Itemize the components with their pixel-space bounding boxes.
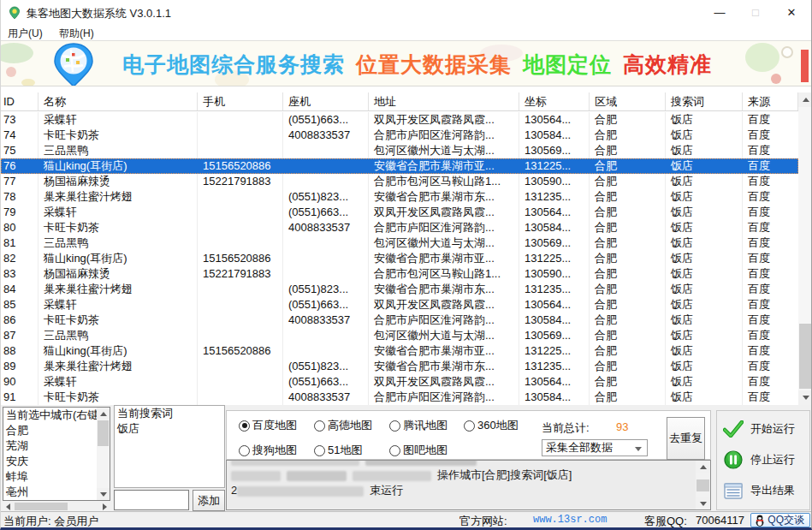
table-cell: 安徽省合肥市巢湖市亚... (369, 251, 519, 266)
city-list-item[interactable]: 芜湖 (3, 438, 110, 454)
table-cell: 双凤开发区凤霞路凤霞... (369, 205, 519, 220)
bottom-panel: 当前选中城市(右键) 合肥芜湖安庆蚌埠亳州 当前搜索词 饭店 添加 百度地图高德… (1, 405, 812, 511)
table-cell: 饭店 (666, 112, 743, 128)
maximize-button[interactable]: □ (738, 0, 773, 25)
banner-slogan: 地图定位 (523, 52, 612, 76)
table-row[interactable]: 89巢来巢往蜜汁烤翅(0551)823...安徽省合肥市巢湖市东...13123… (1, 359, 798, 374)
table-cell (283, 174, 369, 189)
table-row[interactable]: 83杨国福麻辣烫15221791883合肥市包河区马鞍山路1...130590.… (1, 266, 798, 282)
table-row[interactable]: 88猫山king(耳街店)15156520886安徽省合肥市巢湖市亚...131… (1, 343, 798, 359)
table-cell (198, 297, 283, 313)
table-cell: 卡旺卡奶茶 (39, 220, 198, 235)
column-header[interactable]: ID (1, 92, 39, 110)
log-area[interactable]: 操作城市[合肥]搜索词[饭店] 2束运行 (226, 460, 711, 510)
current-user: 当前用户: 会员用户 (3, 514, 98, 529)
column-header[interactable]: 名称 (39, 92, 198, 110)
city-list-hscrollbar[interactable] (3, 502, 110, 511)
scroll-up-icon[interactable] (798, 92, 812, 107)
city-list-item[interactable]: 亳州 (3, 485, 110, 500)
table-cell: 百度 (743, 266, 798, 282)
column-header[interactable]: 来源 (743, 92, 798, 110)
table-row[interactable]: 75三品黑鸭包河区徽州大道与太湖...130569...合肥饭店百度 (1, 143, 798, 158)
keyword-listbox[interactable]: 当前搜索词 饭店 (114, 405, 225, 488)
qq-chat-label: QQ交谈 (768, 513, 804, 527)
map-option[interactable]: 图吧地图 (389, 443, 464, 458)
table-row[interactable]: 77杨国福麻辣烫15221791883合肥市包河区马鞍山路1...130590.… (1, 174, 798, 189)
table-cell: 88 (1, 343, 39, 359)
banner-decor (6, 67, 16, 77)
table-cell: 80 (1, 220, 39, 235)
table-cell: 79 (1, 205, 39, 220)
table-row[interactable]: 81三品黑鸭包河区徽州大道与太湖...130569...合肥饭店百度 (1, 235, 798, 251)
table-scrollbar[interactable] (798, 92, 812, 405)
scroll-left-icon[interactable] (3, 502, 14, 511)
map-option[interactable]: 高德地图 (314, 418, 389, 433)
scroll-up-icon[interactable] (97, 408, 110, 420)
table-cell: 饭店 (666, 235, 743, 251)
log-scrollbar[interactable] (696, 461, 710, 509)
start-run-button[interactable]: 开始运行 (722, 416, 808, 442)
scroll-right-icon[interactable] (99, 502, 110, 511)
collect-mode-dropdown[interactable]: 采集全部数据 (542, 439, 648, 456)
map-option[interactable]: 百度地图 (239, 418, 314, 433)
table-row[interactable]: 80卡旺卡奶茶4008833537合肥市庐阳区淮河路韵...130584...合… (1, 220, 798, 235)
column-header[interactable]: 座机 (283, 92, 369, 110)
map-option[interactable]: 360地图 (464, 418, 541, 433)
city-list-item[interactable]: 合肥 (3, 423, 110, 438)
table-cell: 饭店 (666, 205, 743, 220)
city-list-scrollbar[interactable] (97, 408, 110, 500)
table-cell: 饭店 (666, 174, 743, 189)
table-cell: 合肥市包河区马鞍山路1... (369, 266, 519, 282)
column-header[interactable]: 手机 (198, 92, 283, 110)
map-option[interactable]: 51地图 (314, 443, 389, 458)
map-option[interactable]: 搜狗地图 (239, 443, 314, 458)
table-row[interactable]: 82猫山king(耳街店)15156520886安徽省合肥市巢湖市亚...131… (1, 251, 798, 266)
city-list-item[interactable]: 安庆 (3, 454, 110, 469)
minimize-button[interactable]: — (702, 0, 738, 25)
city-list-item[interactable]: 蚌埠 (3, 469, 110, 485)
scroll-down-icon[interactable] (97, 488, 110, 500)
table-row[interactable]: 87三品黑鸭包河区徽州大道与太湖...130569...合肥饭店百度 (1, 328, 798, 343)
table-row[interactable]: 84巢来巢往蜜汁烤翅(0551)823...安徽省合肥市巢湖市东...13123… (1, 282, 798, 297)
keyword-list-item[interactable]: 饭店 (115, 421, 224, 437)
scrollbar-thumb[interactable] (15, 503, 68, 510)
table-row[interactable]: 90采蝶轩(0551)663...双凤开发区凤霞路凤霞...130564...合… (1, 374, 798, 390)
scrollbar-thumb[interactable] (696, 479, 709, 491)
scroll-up-icon[interactable] (696, 461, 710, 473)
close-button[interactable]: ✕ (773, 0, 809, 25)
site-url-link[interactable]: www.13sr.com (533, 514, 607, 526)
table-cell: 130584... (519, 128, 590, 143)
log-text: 束运行 (370, 484, 403, 497)
dedupe-button[interactable]: 去重复 (667, 417, 705, 460)
qq-chat-button[interactable]: QQ交谈 (750, 513, 810, 527)
table-cell: 130584... (519, 390, 590, 405)
scrollbar-thumb[interactable] (98, 420, 109, 446)
table-row[interactable]: 91卡旺卡奶茶4008833537合肥市庐阳区淮河路韵...130584...合… (1, 390, 798, 405)
column-header[interactable]: 坐标 (519, 92, 590, 110)
column-header[interactable]: 区域 (590, 92, 666, 110)
table-cell (198, 128, 283, 143)
banner-decor (771, 74, 781, 84)
table-cell: 百度 (743, 220, 798, 235)
table-row[interactable]: 85采蝶轩(0551)663...双凤开发区凤霞路凤霞...130564...合… (1, 297, 798, 313)
table-row[interactable]: 74卡旺卡奶茶4008833537合肥市庐阳区淮河路韵...130584...合… (1, 128, 798, 143)
scroll-down-icon[interactable] (696, 497, 710, 509)
stop-run-label: 停止运行 (750, 452, 795, 467)
export-results-button[interactable]: 导出结果 (722, 478, 808, 503)
table-row[interactable]: 76猫山king(耳街店)15156520886安徽省合肥市巢湖市亚...131… (1, 158, 798, 174)
spreadsheet-icon (722, 483, 744, 499)
column-header[interactable]: 地址 (369, 92, 519, 110)
scroll-down-icon[interactable] (798, 390, 812, 405)
scrollbar-thumb[interactable] (799, 324, 812, 389)
stop-run-button[interactable]: 停止运行 (722, 447, 808, 473)
radio-icon (239, 420, 250, 432)
add-keyword-button[interactable]: 添加 (193, 490, 225, 511)
map-option[interactable]: 腾讯地图 (389, 418, 464, 433)
city-listbox[interactable]: 当前选中城市(右键) 合肥芜湖安庆蚌埠亳州 (3, 407, 110, 501)
table-row[interactable]: 73采蝶轩(0551)663...双凤开发区凤霞路凤霞...130564...合… (1, 112, 798, 128)
table-row[interactable]: 86卡旺卡奶茶4008833537合肥市庐阳区淮河路韵...130584...合… (1, 313, 798, 328)
column-header[interactable]: 搜索词 (666, 92, 743, 110)
keyword-input[interactable] (114, 490, 189, 510)
table-row[interactable]: 78巢来巢往蜜汁烤翅(0551)823...安徽省合肥市巢湖市东...13123… (1, 189, 798, 205)
table-row[interactable]: 79采蝶轩(0551)663...双凤开发区凤霞路凤霞...130564...合… (1, 205, 798, 220)
